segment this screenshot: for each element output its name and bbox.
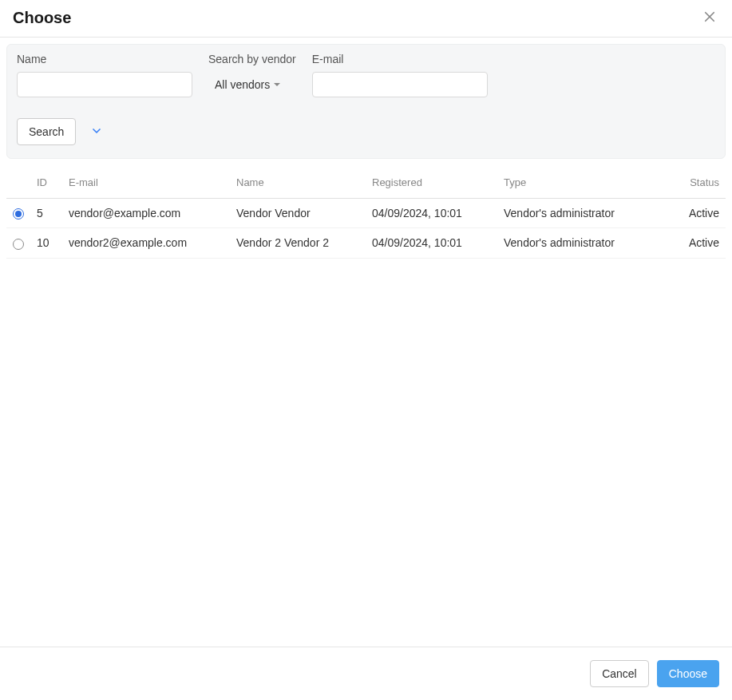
row-radio[interactable] [13,208,24,219]
email-label: E-mail [312,53,488,65]
caret-down-icon [273,78,281,91]
table-header-name[interactable]: Name [230,167,366,199]
results-table: ID E-mail Name Registered Type Status 5v… [6,167,726,259]
table-header-row: ID E-mail Name Registered Type Status [6,167,726,199]
table-cell-id: 5 [30,199,62,228]
table-header-email[interactable]: E-mail [62,167,230,199]
cancel-button[interactable]: Cancel [590,660,649,687]
dialog-header: Choose [0,0,732,38]
close-icon [702,10,717,26]
filter-name-field: Name [17,53,192,97]
advanced-toggle[interactable] [90,125,103,140]
table-cell-email: vendor@example.com [62,199,230,228]
row-radio[interactable] [13,239,24,250]
table-cell-status: Active [670,199,726,228]
table-header-status[interactable]: Status [670,167,726,199]
search-row: Search [17,118,715,145]
vendor-dropdown-value: All vendors [215,78,270,91]
table-cell-email: vendor2@example.com [62,228,230,258]
dialog-title: Choose [13,9,71,27]
chevron-down-icon [90,125,103,140]
table-cell-status: Active [670,228,726,258]
table-cell-select [6,228,30,258]
table-cell-registered: 04/09/2024, 10:01 [366,228,497,258]
table-cell-registered: 04/09/2024, 10:01 [366,199,497,228]
choose-dialog: Choose Name Search by vendor All [0,0,732,700]
filter-panel: Name Search by vendor All vendors E-mail [6,44,726,159]
filter-vendor-field: Search by vendor All vendors [208,53,296,97]
name-label: Name [17,53,192,65]
search-button[interactable]: Search [17,118,76,145]
dialog-footer: Cancel Choose [0,647,732,700]
table-row[interactable]: 10vendor2@example.comVendor 2 Vendor 204… [6,228,726,258]
choose-button[interactable]: Choose [657,660,719,687]
table-cell-name: Vendor 2 Vendor 2 [230,228,366,258]
filter-email-field: E-mail [312,53,488,97]
table-cell-select [6,199,30,228]
filter-row: Name Search by vendor All vendors E-mail [17,53,715,109]
name-input[interactable] [17,72,192,97]
vendor-label: Search by vendor [208,53,296,65]
table-cell-type: Vendor's administrator [497,228,670,258]
table-header-registered[interactable]: Registered [366,167,497,199]
close-button[interactable] [700,8,719,27]
table-row[interactable]: 5vendor@example.comVendor Vendor04/09/20… [6,199,726,228]
table-header-id[interactable]: ID [30,167,62,199]
dialog-body: Name Search by vendor All vendors E-mail [0,38,732,647]
table-cell-name: Vendor Vendor [230,199,366,228]
vendor-dropdown[interactable]: All vendors [208,72,296,97]
table-header-select [6,167,30,199]
table-header-type[interactable]: Type [497,167,670,199]
table-cell-type: Vendor's administrator [497,199,670,228]
email-input[interactable] [312,72,488,97]
table-cell-id: 10 [30,228,62,258]
